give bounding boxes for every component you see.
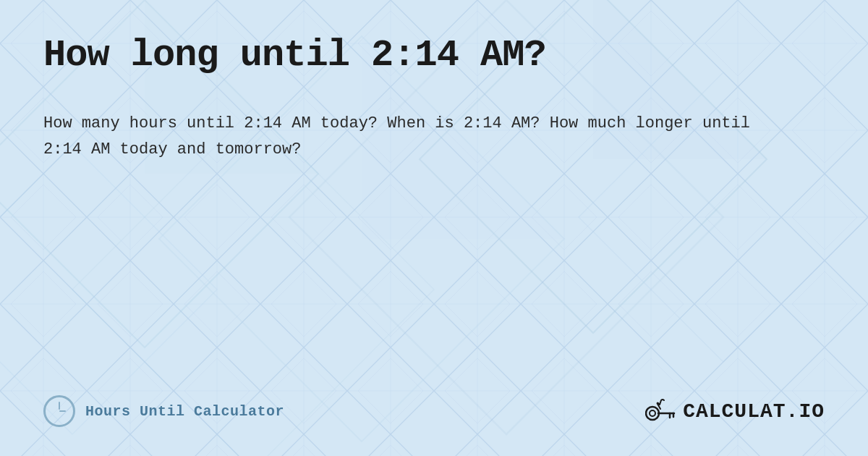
page-content: How long until 2:14 AM? How many hours u…: [0, 0, 868, 456]
calculat-logo-icon: [645, 397, 676, 425]
calculat-io-label: CALCULAT.IO: [683, 400, 825, 423]
svg-point-21: [650, 410, 655, 416]
branding-right: CALCULAT.IO: [645, 397, 825, 425]
branding-left: Hours Until Calculator: [43, 395, 284, 427]
main-section: How long until 2:14 AM? How many hours u…: [43, 35, 825, 381]
page-title: How long until 2:14 AM?: [43, 35, 825, 76]
hours-until-calculator-label: Hours Until Calculator: [85, 403, 284, 420]
page-description: How many hours until 2:14 AM today? When…: [43, 111, 767, 164]
footer: Hours Until Calculator CALCULAT.IO: [43, 381, 825, 427]
clock-icon: [43, 395, 75, 427]
svg-point-20: [646, 407, 659, 420]
